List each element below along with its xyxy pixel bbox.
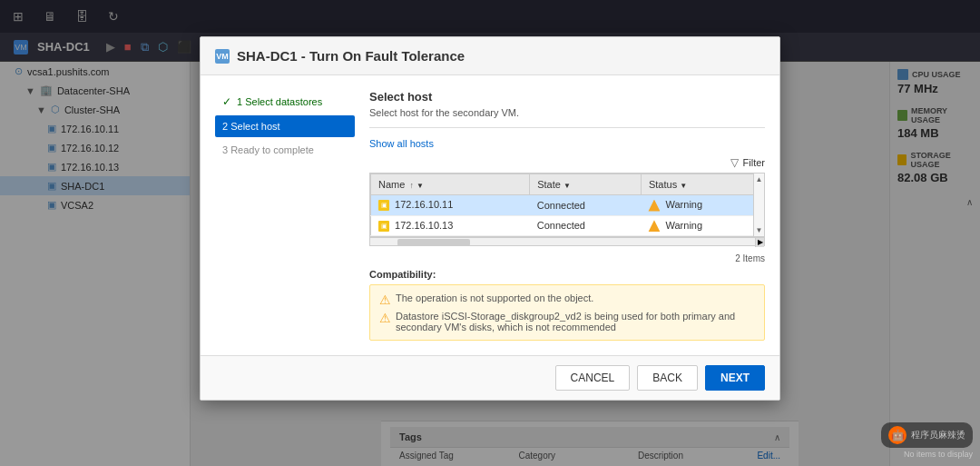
table-vscroll[interactable]: ▲ ▼ xyxy=(753,174,764,236)
table-row[interactable]: ▣ 172.16.10.13 Connected Warning xyxy=(371,215,764,236)
compat-box: ⚠ The operation is not supported on the … xyxy=(369,284,765,341)
hscroll-thumb[interactable] xyxy=(397,239,470,246)
host1-table-icon: ▣ xyxy=(378,200,389,211)
col-name-header[interactable]: Name ↑ ▼ xyxy=(371,174,530,195)
dialog-body: ✓ 1 Select datastores 2 Select host 3 Re… xyxy=(201,75,779,355)
col-state-header[interactable]: State ▼ xyxy=(530,174,642,195)
state-col-dropdown[interactable]: ▼ xyxy=(564,182,571,190)
steps-panel: ✓ 1 Select datastores 2 Select host 3 Re… xyxy=(215,90,369,163)
dialog-main-content: Select host Select host for the secondar… xyxy=(369,90,765,341)
select-host-subtitle: Select host for the secondary VM. xyxy=(369,107,765,118)
watermark-icon: 🤖 xyxy=(888,426,906,444)
compat-warning-text-2: Datastore iSCSI-Storage_diskgroup2_vd2 i… xyxy=(396,311,755,332)
filter-label: Filter xyxy=(743,157,765,168)
watermark-subtext: No items to display xyxy=(881,450,973,459)
filter-icon: ▽ xyxy=(730,156,739,169)
fault-tolerance-dialog: VM SHA-DC1 - Turn On Fault Tolerance ✓ 1… xyxy=(200,36,780,401)
table-body: ▣ 172.16.10.11 Connected Warning xyxy=(371,195,764,236)
compatibility-section: Compatibility: ⚠ The operation is not su… xyxy=(369,269,765,341)
step-1[interactable]: ✓ 1 Select datastores xyxy=(215,90,355,114)
sort-asc-icon: ↑ xyxy=(409,181,414,190)
cancel-button[interactable]: CANCEL xyxy=(555,365,631,391)
next-button[interactable]: NEXT xyxy=(705,365,765,391)
dialog-title-text: SHA-DC1 - Turn On Fault Tolerance xyxy=(237,48,465,64)
compat-warn-icon-2: ⚠ xyxy=(379,311,391,325)
host2-status-cell: Warning xyxy=(641,215,763,236)
host2-name-cell: ▣ 172.16.10.13 xyxy=(371,215,530,236)
step-2[interactable]: 2 Select host xyxy=(215,115,355,137)
watermark: 🤖 程序员麻辣烫 No items to display xyxy=(881,422,973,459)
table-row[interactable]: ▣ 172.16.10.11 Connected Warning xyxy=(371,195,764,216)
back-button[interactable]: BACK xyxy=(637,365,698,391)
host-name-cell: ▣ 172.16.10.11 xyxy=(371,195,530,216)
status-col-dropdown[interactable]: ▼ xyxy=(680,182,687,190)
dialog-vm-icon: VM xyxy=(215,49,230,64)
watermark-text: 程序员麻辣烫 xyxy=(911,429,965,441)
step1-check-icon: ✓ xyxy=(222,95,231,108)
vscroll-down-btn[interactable]: ▼ xyxy=(754,224,764,236)
host-table: Name ↑ ▼ State ▼ Status xyxy=(370,174,764,236)
host-state-cell: Connected xyxy=(530,195,642,216)
dialog-title: VM SHA-DC1 - Turn On Fault Tolerance xyxy=(201,37,779,75)
name-col-dropdown[interactable]: ▼ xyxy=(416,182,424,190)
host-status-cell: Warning xyxy=(641,195,763,216)
host2-state-cell: Connected xyxy=(530,215,642,236)
filter-bar: ▽ Filter xyxy=(369,156,765,169)
select-host-title: Select host xyxy=(369,90,765,104)
step2-label: 2 Select host xyxy=(222,121,280,132)
compat-label: Compatibility: xyxy=(369,269,765,280)
hscroll-right-btn[interactable]: ▶ xyxy=(755,238,764,247)
step-3[interactable]: 3 Ready to complete xyxy=(215,139,355,161)
warning-triangle-icon-1 xyxy=(648,200,660,212)
table-header-row: Name ↑ ▼ State ▼ Status xyxy=(371,174,764,195)
vscroll-up-btn[interactable]: ▲ xyxy=(754,174,764,185)
table-hscroll[interactable]: ▶ xyxy=(369,237,765,246)
host2-table-icon: ▣ xyxy=(378,221,389,232)
col-status-header[interactable]: Status ▼ xyxy=(641,174,763,195)
step1-label: 1 Select datastores xyxy=(237,96,322,107)
step3-label: 3 Ready to complete xyxy=(222,144,314,155)
compat-warning-1: ⚠ The operation is not supported on the … xyxy=(379,292,755,307)
compat-warn-icon-1: ⚠ xyxy=(379,292,391,307)
host-table-container: Name ↑ ▼ State ▼ Status xyxy=(369,173,765,237)
compat-warning-2: ⚠ Datastore iSCSI-Storage_diskgroup2_vd2… xyxy=(379,311,755,332)
items-count: 2 Items xyxy=(369,253,765,263)
show-all-hosts-link[interactable]: Show all hosts xyxy=(369,138,434,149)
compat-warning-text-1: The operation is not supported on the ob… xyxy=(396,292,593,303)
dialog-footer: CANCEL BACK NEXT xyxy=(201,355,779,400)
warning-triangle-icon-2 xyxy=(648,220,660,232)
divider xyxy=(369,127,765,128)
